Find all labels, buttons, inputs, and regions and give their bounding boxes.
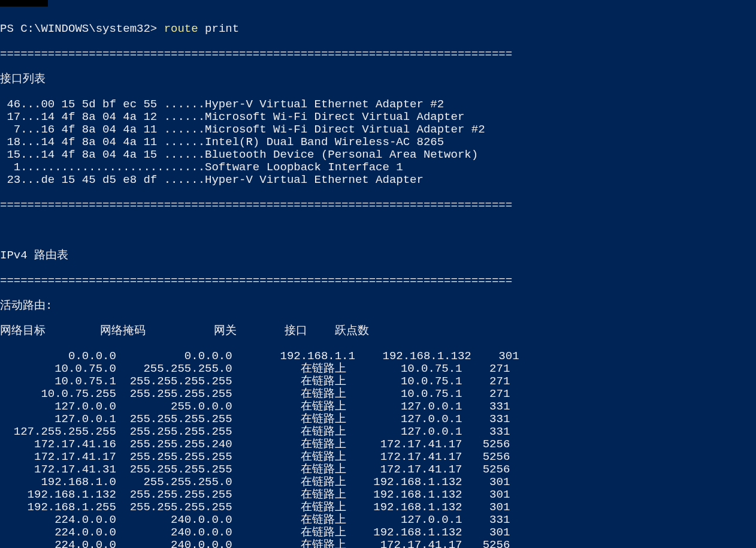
interface-row: 46...00 15 5d bf ec 55 ......Hyper-V Vir… <box>0 98 756 111</box>
route-row: 224.0.0.0 240.0.0.0 在链路上 127.0.0.1 331 <box>0 514 756 526</box>
route-row: 127.255.255.255 255.255.255.255 在链路上 127… <box>0 426 756 438</box>
separator: ========================================… <box>0 199 756 212</box>
route-row: 10.0.75.0 255.255.255.0 在链路上 10.0.75.1 2… <box>0 363 756 375</box>
blank-line <box>0 224 756 237</box>
route-row: 127.0.0.0 255.0.0.0 在链路上 127.0.0.1 331 <box>0 401 756 413</box>
prompt-command: route <box>164 22 198 35</box>
interface-row: 17...14 4f 8a 04 4a 12 ......Microsoft W… <box>0 111 756 124</box>
interface-list-header: 接口列表 <box>0 73 756 86</box>
interface-row: 18...14 4f 8a 04 4a 11 ......Intel(R) Du… <box>0 136 756 149</box>
route-row: 172.17.41.31 255.255.255.255 在链路上 172.17… <box>0 463 756 476</box>
separator: ========================================… <box>0 275 756 287</box>
prompt-path: PS C:\WINDOWS\system32> <box>0 22 164 35</box>
separator: ========================================… <box>0 48 756 61</box>
route-row: 192.168.1.132 255.255.255.255 在链路上 192.1… <box>0 489 756 501</box>
route-row: 127.0.0.1 255.255.255.255 在链路上 127.0.0.1… <box>0 413 756 426</box>
route-row: 192.168.1.255 255.255.255.255 在链路上 192.1… <box>0 501 756 514</box>
interface-row: 23...de 15 45 d5 e8 df ......Hyper-V Vir… <box>0 174 756 186</box>
route-row: 172.17.41.16 255.255.255.240 在链路上 172.17… <box>0 438 756 451</box>
interface-row: 15...14 4f 8a 04 4a 15 ......Bluetooth D… <box>0 149 756 161</box>
active-routes-rows: 0.0.0.0 0.0.0.0 192.168.1.1 192.168.1.13… <box>0 350 756 548</box>
active-routes-columns: 网络目标 网络掩码 网关 接口 跃点数 <box>0 325 756 338</box>
route-row: 10.0.75.1 255.255.255.255 在链路上 10.0.75.1… <box>0 375 756 388</box>
prompt-arg: print <box>198 22 239 35</box>
route-row: 192.168.1.0 255.255.255.0 在链路上 192.168.1… <box>0 476 756 489</box>
titlebar-fragment <box>0 0 48 7</box>
prompt-line: PS C:\WINDOWS\system32> route print <box>0 23 756 35</box>
interface-list: 46...00 15 5d bf ec 55 ......Hyper-V Vir… <box>0 98 756 186</box>
route-row: 0.0.0.0 0.0.0.0 192.168.1.1 192.168.1.13… <box>0 350 756 363</box>
active-routes-label: 活动路由: <box>0 300 756 312</box>
interface-row: 7...16 4f 8a 04 4a 11 ......Microsoft Wi… <box>0 124 756 136</box>
route-row: 224.0.0.0 240.0.0.0 在链路上 192.168.1.132 3… <box>0 526 756 539</box>
route-row: 172.17.41.17 255.255.255.255 在链路上 172.17… <box>0 451 756 463</box>
ipv4-route-table-header: IPv4 路由表 <box>0 249 756 262</box>
interface-row: 1...........................Software Loo… <box>0 161 756 174</box>
route-row: 224.0.0.0 240.0.0.0 在链路上 172.17.41.17 52… <box>0 539 756 548</box>
route-row: 10.0.75.255 255.255.255.255 在链路上 10.0.75… <box>0 388 756 401</box>
terminal-output[interactable]: PS C:\WINDOWS\system32> route print ====… <box>0 7 756 548</box>
